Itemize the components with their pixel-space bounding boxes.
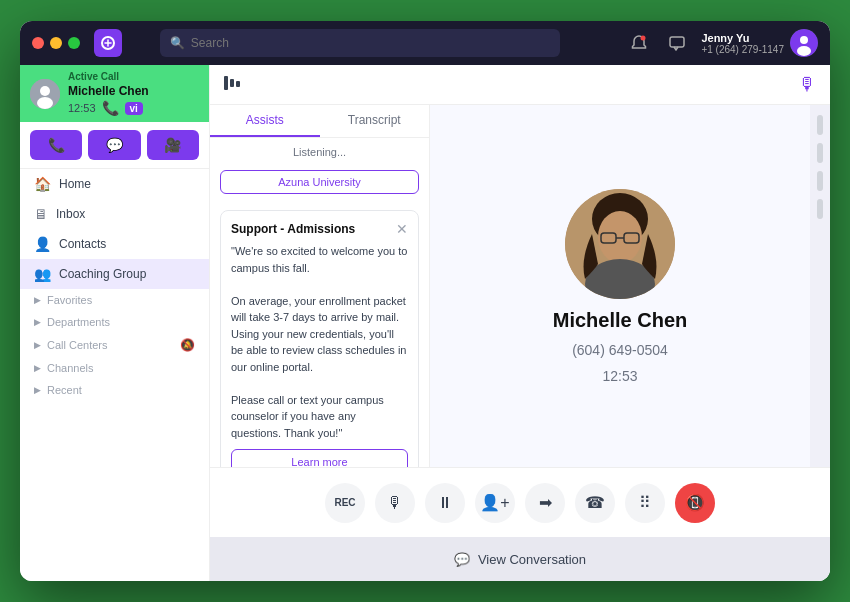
scroll-indicator-4 [817, 199, 823, 219]
minimize-button[interactable] [50, 37, 62, 49]
sidebar-section-call-centers[interactable]: ▶ Call Centers 🔕 [20, 333, 209, 357]
titlebar: 🔍 Jenny Yu +1 (264) 279-1147 [20, 21, 830, 65]
call-video-button[interactable]: 🎥 [147, 130, 199, 160]
bars-icon [224, 76, 244, 94]
scroll-indicator-1 [817, 115, 823, 135]
right-scroll [810, 105, 830, 467]
hold-button[interactable]: ⏸ [425, 483, 465, 523]
sidebar-item-coaching-group[interactable]: 👥 Coaching Group [20, 259, 209, 289]
svg-rect-9 [224, 76, 228, 90]
tab-transcript[interactable]: Transcript [320, 105, 430, 137]
sidebar-section-departments[interactable]: ▶ Departments [20, 311, 209, 333]
sidebar-item-home-label: Home [59, 177, 91, 191]
maximize-button[interactable] [68, 37, 80, 49]
add-call-button[interactable]: 👤+ [475, 483, 515, 523]
view-conversation-bar[interactable]: 💬 View Conversation [210, 537, 830, 581]
call-icon: 📞 [102, 100, 119, 116]
contact-call-time: 12:53 [602, 368, 637, 384]
sidebar-item-coaching-label: Coaching Group [59, 267, 146, 281]
chevron-right-icon-2: ▶ [34, 317, 41, 327]
notifications-icon[interactable] [625, 29, 653, 57]
card-text-3: Please call or text your campus counselo… [231, 392, 408, 442]
sidebar-section-channels[interactable]: ▶ Channels [20, 357, 209, 379]
search-bar[interactable]: 🔍 [160, 29, 560, 57]
sidebar-section-recent[interactable]: ▶ Recent [20, 379, 209, 401]
mic-icon-top[interactable]: 🎙 [798, 74, 816, 95]
contact-phone: (604) 649-0504 [572, 342, 668, 358]
content-area: Assists Transcript Listening... Azuna Un… [210, 105, 830, 467]
right-panel: 🎙 Assists Transcript Listening... Azuna … [210, 65, 830, 581]
scroll-indicator-2 [817, 143, 823, 163]
listening-status: Listening... [210, 138, 429, 166]
user-phone: +1 (264) 279-1147 [701, 44, 784, 55]
assist-panel: Assists Transcript Listening... Azuna Un… [210, 105, 430, 467]
svg-point-1 [641, 36, 646, 41]
call-phone-button[interactable]: 📞 [30, 130, 82, 160]
tab-assists[interactable]: Assists [210, 105, 320, 137]
svg-point-7 [40, 86, 50, 96]
support-card: Support - Admissions ✕ "We're so excited… [220, 210, 419, 467]
end-call-button[interactable]: 📵 [675, 483, 715, 523]
svg-rect-11 [236, 81, 240, 87]
active-call-name: Michelle Chen [68, 84, 199, 98]
search-input[interactable] [191, 36, 550, 50]
scroll-indicator-3 [817, 171, 823, 191]
contact-name: Michelle Chen [553, 309, 687, 332]
svg-point-4 [800, 36, 808, 44]
svg-point-8 [37, 97, 53, 109]
keypad-button[interactable]: ☎ [575, 483, 615, 523]
close-button[interactable] [32, 37, 44, 49]
active-call-time: 12:53 [68, 102, 96, 114]
sidebar-item-home[interactable]: 🏠 Home [20, 169, 209, 199]
call-controls: REC 🎙 ⏸ 👤+ ➡ ☎ ⠿ 📵 [210, 467, 830, 537]
svg-point-14 [598, 211, 642, 263]
sidebar-section-favorites[interactable]: ▶ Favorites [20, 289, 209, 311]
chevron-right-icon: ▶ [34, 295, 41, 305]
mute-button[interactable]: 🎙 [375, 483, 415, 523]
group-icon: 👥 [34, 266, 51, 282]
close-card-button[interactable]: ✕ [396, 221, 408, 237]
user-avatar [790, 29, 818, 57]
svg-point-5 [797, 46, 811, 56]
contact-photo [565, 189, 675, 299]
chat-icon[interactable] [663, 29, 691, 57]
sidebar-section-favorites-label: Favorites [47, 294, 92, 306]
support-card-title: Support - Admissions [231, 222, 355, 236]
sidebar: Active Call Michelle Chen 12:53 📞 vi 📞 💬… [20, 65, 210, 581]
assist-tabs: Assists Transcript [210, 105, 429, 138]
chat-bubble-icon: 💬 [454, 552, 470, 567]
app-logo [94, 29, 122, 57]
learn-more-button[interactable]: Learn more [231, 449, 408, 467]
vi-badge: vi [125, 102, 143, 115]
chevron-right-icon-3: ▶ [34, 340, 41, 350]
sidebar-item-inbox[interactable]: 🖥 Inbox [20, 199, 209, 229]
chevron-right-icon-5: ▶ [34, 385, 41, 395]
more-button[interactable]: ⠿ [625, 483, 665, 523]
call-action-buttons: 📞 💬 🎥 [20, 122, 209, 169]
active-call-label: Active Call [68, 71, 199, 82]
view-conversation-label: View Conversation [478, 552, 586, 567]
transfer-button[interactable]: ➡ [525, 483, 565, 523]
app-window: 🔍 Jenny Yu +1 (264) 279-1147 [20, 21, 830, 581]
card-text-2: On average, your enrollment packet will … [231, 293, 408, 376]
svg-rect-2 [670, 37, 684, 47]
card-text-1: "We're so excited to welcome you to camp… [231, 243, 408, 276]
sidebar-item-contacts-label: Contacts [59, 237, 106, 251]
main-content: Active Call Michelle Chen 12:53 📞 vi 📞 💬… [20, 65, 830, 581]
svg-rect-10 [230, 79, 234, 87]
university-button[interactable]: Azuna University [220, 170, 419, 194]
support-card-body: "We're so excited to welcome you to camp… [231, 243, 408, 441]
user-info: Jenny Yu +1 (264) 279-1147 [701, 29, 818, 57]
rec-button[interactable]: REC [325, 483, 365, 523]
user-name: Jenny Yu [701, 32, 784, 44]
missed-call-icon: 🔕 [180, 338, 195, 352]
sidebar-item-inbox-label: Inbox [56, 207, 85, 221]
call-chat-button[interactable]: 💬 [88, 130, 140, 160]
sidebar-item-contacts[interactable]: 👤 Contacts [20, 229, 209, 259]
inbox-icon: 🖥 [34, 206, 48, 222]
contact-area: Michelle Chen (604) 649-0504 12:53 [430, 105, 810, 467]
right-panel-top: 🎙 [210, 65, 830, 105]
home-icon: 🏠 [34, 176, 51, 192]
support-card-header: Support - Admissions ✕ [231, 221, 408, 237]
sidebar-section-call-centers-label: Call Centers [47, 339, 108, 351]
